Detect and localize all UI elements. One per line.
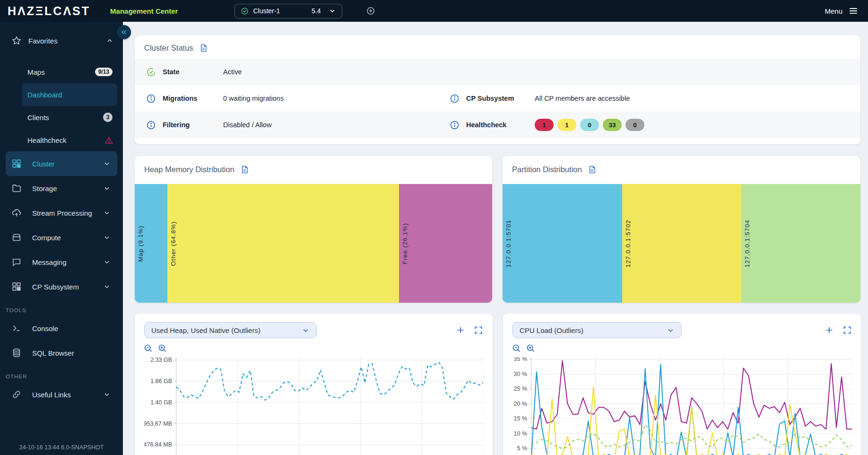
state-label: State	[163, 68, 223, 76]
healthcheck-status-label: Healthcheck	[466, 121, 535, 129]
menu-label: Menu	[825, 7, 842, 15]
chevron-down-icon	[103, 283, 111, 290]
sidebar-item-useful-links[interactable]: Useful Links	[6, 382, 117, 407]
other-section-label: OTHER	[0, 365, 123, 382]
cp-subsystem-status-value: All CP members are accessible	[535, 95, 630, 102]
svg-text:5 %: 5 %	[517, 445, 527, 452]
migrations-label: Migrations	[163, 95, 223, 102]
fullscreen-icon[interactable]	[842, 325, 852, 335]
healthcheck-badge[interactable]: 0	[625, 119, 644, 131]
cluster-check-icon	[241, 7, 249, 15]
add-chart-icon[interactable]	[456, 325, 465, 335]
state-value: Active	[223, 68, 242, 76]
docs-icon[interactable]	[588, 165, 597, 174]
cluster-name: Cluster-1	[253, 7, 280, 15]
tools-section-label: TOOLS	[0, 299, 123, 316]
sidebar-item-maps[interactable]: Maps 9/13	[22, 61, 117, 83]
bar-segment-label: 127.0.0.1:5701	[505, 219, 512, 267]
warning-triangle-icon	[104, 136, 113, 145]
used-heap-chart[interactable]: 2.33 GB1.86 GB1.40 GB953.67 MB476.84 MB	[144, 357, 483, 455]
sidebar-section-favorites[interactable]: Favorites	[0, 30, 123, 51]
sidebar-item-compute[interactable]: Compute	[6, 225, 117, 250]
healthcheck-badge[interactable]: 0	[580, 119, 599, 131]
bar-segment-label: Map (9.1%)	[137, 225, 144, 262]
chevron-down-icon	[103, 391, 111, 398]
star-icon	[11, 35, 22, 46]
partition-title: Partition Distribution	[512, 165, 582, 174]
dashboard-main: Cluster Status State Active	[123, 22, 868, 455]
cluster-status-title: Cluster Status	[144, 44, 193, 52]
bar-segment-label: Free (26.1%)	[401, 223, 408, 264]
version-footer: 24-10-16 13:44 6.0-SNAPSHOT	[0, 444, 123, 451]
add-chart-icon[interactable]	[825, 325, 834, 335]
sidebar-item-cp-subsystem[interactable]: CP Subsystem	[6, 274, 117, 299]
terminal-icon	[11, 323, 22, 333]
zoom-in-icon[interactable]	[526, 343, 536, 353]
metric-select[interactable]: CPU Load (Outliers)	[512, 322, 682, 338]
chevron-down-icon	[103, 160, 111, 167]
sidebar-item-messaging[interactable]: Messaging	[6, 250, 117, 274]
cp-grid-icon	[11, 281, 22, 292]
stream-processing-label: Stream Processing	[32, 209, 92, 217]
menu-button[interactable]: Menu	[825, 6, 859, 16]
sidebar-collapse-button[interactable]	[117, 25, 131, 39]
partition-distribution-bar[interactable]: 127.0.0.1:5701127.0.0.1:5702127.0.0.1:57…	[503, 184, 860, 303]
svg-text:2.33 GB: 2.33 GB	[150, 357, 172, 363]
healthcheck-badge[interactable]: 1	[535, 119, 554, 131]
chevron-down-icon	[103, 184, 111, 192]
migrations-value: 0 waiting migrations	[223, 95, 284, 102]
storage-label: Storage	[32, 184, 57, 192]
chevron-down-icon	[667, 326, 675, 334]
bar-segment: 127.0.0.1:5704	[741, 184, 860, 303]
bar-segment: Other (64.8%)	[167, 184, 399, 303]
cpu-load-chart[interactable]: 35 %30 %25 %20 %15 %10 %5 %	[512, 357, 852, 455]
svg-text:20 %: 20 %	[514, 401, 528, 407]
favorites-label: Favorites	[28, 37, 58, 45]
chevron-down-icon	[302, 326, 310, 334]
sidebar-item-storage[interactable]: Storage	[6, 176, 117, 201]
sidebar-item-dashboard[interactable]: Dashboard	[22, 83, 117, 106]
zoom-in-icon[interactable]	[157, 343, 167, 353]
zoom-out-icon[interactable]	[512, 343, 521, 353]
compute-label: Compute	[32, 234, 61, 242]
zoom-out-icon[interactable]	[143, 343, 153, 353]
double-chevron-left-icon	[120, 28, 128, 36]
cluster-label: Cluster	[32, 160, 55, 168]
sql-browser-label: SQL Browser	[32, 349, 74, 357]
filtering-label: Filtering	[163, 121, 223, 129]
messaging-label: Messaging	[32, 258, 67, 266]
sidebar-item-sql-browser[interactable]: SQL Browser	[6, 341, 117, 365]
docs-icon[interactable]	[199, 44, 208, 52]
hamburger-icon	[848, 6, 859, 16]
sidebar-item-console[interactable]: Console	[6, 316, 117, 341]
console-label: Console	[32, 324, 58, 332]
management-center-app: HΛZΞLCΛST Management Center Cluster-1 5.…	[0, 0, 868, 455]
svg-text:15 %: 15 %	[514, 415, 528, 422]
heap-memory-panel: Heap Memory Distribution Map (9.1%)Other…	[135, 156, 492, 303]
cp-subsystem-label: CP Subsystem	[32, 283, 79, 291]
bar-segment: Map (9.1%)	[135, 184, 167, 303]
healthcheck-badge[interactable]: 1	[557, 119, 576, 131]
fullscreen-icon[interactable]	[474, 325, 483, 335]
healthcheck-badge[interactable]: 33	[603, 119, 622, 131]
metric-select[interactable]: Used Heap, Used Native (Outliers)	[144, 322, 317, 338]
bar-segment: 127.0.0.1:5702	[622, 184, 741, 303]
info-icon	[146, 120, 156, 130]
svg-text:476.84 MB: 476.84 MB	[144, 441, 172, 448]
sidebar-item-stream-processing[interactable]: Stream Processing	[6, 201, 117, 225]
useful-links-label: Useful Links	[32, 391, 71, 399]
clients-label: Clients	[27, 114, 49, 122]
chevron-down-icon	[103, 258, 111, 266]
heap-chart-panel: Used Heap, Used Native (Outliers)	[135, 314, 493, 455]
top-bar: HΛZΞLCΛST Management Center Cluster-1 5.…	[0, 0, 868, 22]
add-cluster-button[interactable]	[366, 6, 375, 16]
sidebar-item-cluster[interactable]: Cluster	[6, 151, 117, 176]
heap-distribution-bar[interactable]: Map (9.1%)Other (64.8%)Free (26.1%)	[135, 184, 492, 303]
maps-label: Maps	[27, 68, 45, 76]
product-title: Management Center	[110, 7, 178, 15]
sidebar-item-clients[interactable]: Clients 3	[22, 106, 117, 129]
sidebar-item-healthcheck[interactable]: Healthcheck	[22, 129, 117, 151]
cluster-selector[interactable]: Cluster-1 5.4	[234, 4, 342, 18]
chevron-down-icon	[329, 7, 336, 15]
docs-icon[interactable]	[240, 165, 249, 174]
